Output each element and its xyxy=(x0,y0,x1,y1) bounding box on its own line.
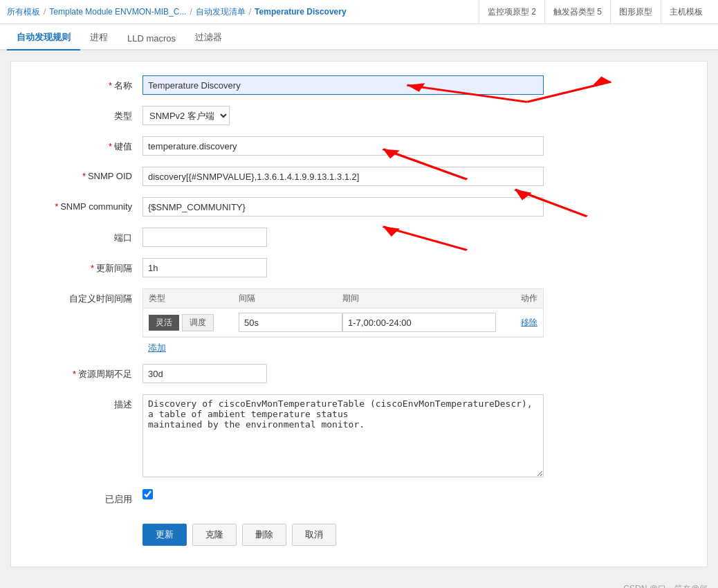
tab-host-template[interactable]: 主机模板 xyxy=(661,0,711,24)
update-interval-required: * xyxy=(91,263,94,273)
port-input[interactable] xyxy=(142,228,267,247)
ci-header: 类型 间隔 期间 动作 xyxy=(143,289,543,309)
name-required: * xyxy=(109,80,112,91)
btn-flexible[interactable]: 灵活 xyxy=(149,315,179,331)
tab-monitor-prototype[interactable]: 监控项原型 2 xyxy=(479,0,544,24)
port-field-container xyxy=(142,228,544,247)
custom-interval-row: 自定义时间间隔 类型 间隔 期间 动作 灵活 调度 xyxy=(32,288,686,354)
name-input[interactable] xyxy=(142,75,544,95)
snmp-community-input[interactable] xyxy=(142,197,544,217)
custom-interval-label: 自定义时间间隔 xyxy=(32,288,142,305)
ci-type-col: 灵活 调度 xyxy=(149,314,239,331)
custom-interval-container: 类型 间隔 期间 动作 灵活 调度 xyxy=(142,288,544,354)
ci-header-period: 期间 xyxy=(342,293,496,304)
description-textarea[interactable]: Discovery of ciscoEnvMonTemperatureTable… xyxy=(142,394,544,477)
snmp-community-row: *SNMP community xyxy=(32,197,686,218)
description-row: 描述 Discovery of ciscoEnvMonTemperatureTa… xyxy=(32,394,686,479)
key-label: *键值 xyxy=(32,136,142,153)
key-input[interactable] xyxy=(142,136,544,156)
enabled-label: 已启用 xyxy=(32,489,142,506)
tab-process[interactable]: 进程 xyxy=(80,26,118,50)
tab-lld-macros[interactable]: LLD macros xyxy=(118,28,185,50)
type-select[interactable]: SNMPv2 客户端SNMPv1 客户端SNMPv3 xyxy=(142,106,230,125)
key-field-container xyxy=(142,136,544,156)
breadcrumb-current: Temperature Discovery xyxy=(255,7,347,17)
type-field-container: SNMPv2 客户端SNMPv1 客户端SNMPv3 xyxy=(142,106,544,125)
cancel-button[interactable]: 取消 xyxy=(292,524,336,546)
ci-header-interval: 间隔 xyxy=(239,293,342,304)
port-label: 端口 xyxy=(32,228,142,244)
name-label: *名称 xyxy=(32,75,142,92)
key-row: *键值 xyxy=(32,136,686,157)
update-button[interactable]: 更新 xyxy=(142,524,187,546)
update-interval-label: *更新间隔 xyxy=(32,258,142,275)
name-row: *名称 xyxy=(32,75,686,96)
main-content: *名称 类型 SNMPv2 客户端SNMPv1 客户端SNMPv3 *键值 *S… xyxy=(10,61,708,567)
remove-link[interactable]: 移除 xyxy=(521,318,537,327)
snmp-oid-input[interactable] xyxy=(142,167,544,186)
breadcrumb-template-module[interactable]: Template Module ENVMON-MIB_C... xyxy=(49,7,186,17)
lifetime-required: * xyxy=(73,369,76,379)
enabled-checkbox-container xyxy=(142,489,544,499)
snmp-community-label: *SNMP community xyxy=(32,197,142,212)
description-label: 描述 xyxy=(32,394,142,411)
update-interval-input[interactable] xyxy=(142,258,267,277)
ci-period-col xyxy=(342,313,496,332)
tab-auto-discovery-rule[interactable]: 自动发现规则 xyxy=(7,26,80,50)
snmp-oid-row: *SNMP OID xyxy=(32,167,686,187)
ci-action-col: 移除 xyxy=(496,317,537,329)
breadcrumb-all-templates[interactable]: 所有模板 xyxy=(7,6,40,18)
enabled-checkbox[interactable] xyxy=(142,489,153,499)
lifetime-row: *资源周期不足 xyxy=(32,364,686,385)
tab-filter[interactable]: 过滤器 xyxy=(185,26,232,50)
sep3: / xyxy=(249,7,251,17)
type-label: 类型 xyxy=(32,106,142,122)
update-interval-row: *更新间隔 xyxy=(32,258,686,279)
lifetime-input[interactable] xyxy=(142,364,267,383)
ci-interval-input[interactable] xyxy=(239,313,342,332)
name-field-container xyxy=(142,75,544,95)
breadcrumb-bar: 所有模板 / Template Module ENVMON-MIB_C... /… xyxy=(0,0,718,24)
snmp-community-required: * xyxy=(55,201,58,212)
port-row: 端口 xyxy=(32,228,686,248)
type-row: 类型 SNMPv2 客户端SNMPv1 客户端SNMPv3 xyxy=(32,106,686,127)
snmp-oid-required: * xyxy=(82,171,86,181)
clone-button[interactable]: 克隆 xyxy=(192,524,237,546)
lifetime-label: *资源周期不足 xyxy=(32,364,142,380)
tab-graph-prototype[interactable]: 图形原型 xyxy=(610,0,661,24)
tab-trigger-type[interactable]: 触发器类型 5 xyxy=(544,0,610,24)
action-buttons: 更新 克隆 删除 取消 xyxy=(142,524,686,546)
ci-header-type: 类型 xyxy=(149,293,239,304)
footer: CSDN @口一笑奈@何 xyxy=(0,578,718,588)
add-interval-link[interactable]: 添加 xyxy=(148,342,544,354)
sub-nav: 自动发现规则 进程 LLD macros 过滤器 xyxy=(0,24,718,50)
enabled-row: 已启用 xyxy=(32,489,686,510)
breadcrumb-auto-discovery[interactable]: 自动发现清单 xyxy=(196,6,246,18)
description-field-container: Discovery of ciscoEnvMonTemperatureTable… xyxy=(142,394,544,479)
update-interval-field-container xyxy=(142,258,544,277)
lifetime-field-container xyxy=(142,364,544,383)
ci-row: 灵活 调度 移除 xyxy=(143,309,543,337)
sep1: / xyxy=(44,7,46,17)
footer-text: CSDN @口一笑奈@何 xyxy=(623,584,708,588)
custom-interval-table: 类型 间隔 期间 动作 灵活 调度 xyxy=(142,288,544,338)
delete-button[interactable]: 删除 xyxy=(242,524,286,546)
ci-interval-col xyxy=(239,313,342,332)
ci-header-action: 动作 xyxy=(496,293,537,304)
snmp-community-field-container xyxy=(142,197,544,217)
key-required: * xyxy=(109,141,112,151)
right-tabs: 监控项原型 2 触发器类型 5 图形原型 主机模板 xyxy=(479,0,711,24)
sep2: / xyxy=(190,7,192,17)
btn-schedule[interactable]: 调度 xyxy=(182,314,214,331)
snmp-oid-label: *SNMP OID xyxy=(32,167,142,181)
ci-period-input[interactable] xyxy=(342,313,496,332)
snmp-oid-field-container xyxy=(142,167,544,186)
